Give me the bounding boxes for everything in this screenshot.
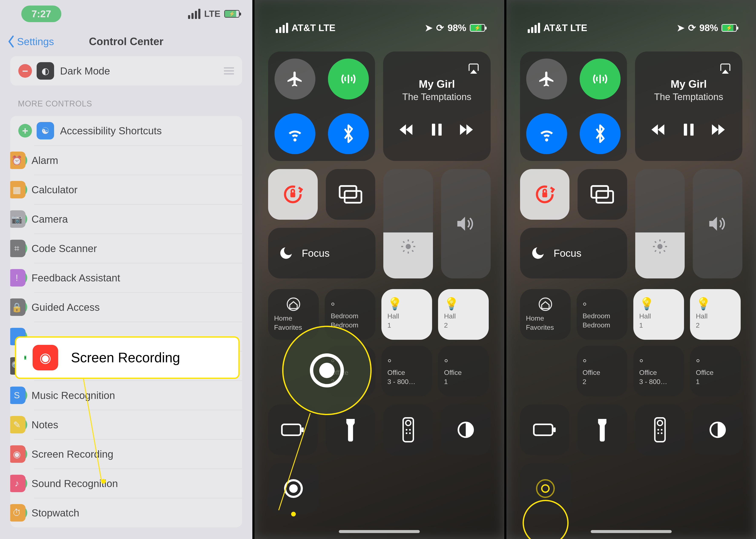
forward-button[interactable] [712, 124, 726, 135]
svg-rect-43 [655, 418, 665, 442]
screen-recording-button[interactable] [268, 463, 319, 514]
dark-mode-button[interactable] [441, 405, 491, 455]
tile-line2: 2 [583, 378, 586, 386]
recording-time-pill[interactable]: 7:27 [21, 6, 61, 22]
screen-mirroring-button[interactable] [326, 169, 376, 220]
screen-recording-button-active[interactable] [520, 463, 571, 514]
bluetooth-button[interactable] [580, 113, 621, 154]
svg-line-11 [403, 241, 404, 243]
home-favorites-button[interactable]: Home Favorites [520, 289, 571, 340]
rotation-lock-button[interactable] [268, 169, 318, 220]
panel-separator [504, 0, 506, 539]
svg-rect-42 [553, 427, 555, 432]
more-row-code-scanner[interactable]: +⌗Code Scanner [34, 234, 242, 263]
brightness-slider[interactable] [383, 169, 433, 278]
cellular-data-button[interactable] [328, 58, 369, 100]
tile-line2: 2 [444, 322, 448, 329]
more-row-music-recognition[interactable]: +SMusic Recognition [34, 380, 242, 410]
rewind-button[interactable] [651, 124, 665, 135]
remove-button[interactable]: − [18, 64, 32, 78]
pause-button[interactable] [684, 124, 694, 136]
rotation-lock-button[interactable] [520, 169, 570, 220]
included-row-dark-mode[interactable]: − ◐ Dark Mode [10, 56, 242, 86]
add-button[interactable]: + [24, 356, 26, 359]
flashlight-button[interactable] [577, 405, 627, 455]
location-icon: ➤ [677, 22, 685, 33]
reorder-handle-icon[interactable] [222, 67, 236, 74]
brightness-slider[interactable] [635, 169, 685, 278]
focus-button[interactable]: Focus [268, 228, 376, 278]
home-indicator[interactable] [339, 530, 420, 533]
wifi-button[interactable] [275, 113, 315, 154]
record-icon [284, 479, 303, 498]
home-tile-hall2[interactable]: 💡Hall2 [690, 289, 741, 340]
svg-point-31 [657, 244, 662, 249]
screen-recording-callout: + ◉ Screen Recording [15, 336, 240, 379]
cellular-signal-icon [528, 23, 540, 33]
airplay-icon[interactable] [467, 62, 480, 75]
connectivity-card[interactable] [268, 51, 375, 161]
add-button[interactable]: + [18, 124, 32, 137]
airplane-mode-button[interactable] [275, 58, 315, 100]
tile-line1: Office [696, 369, 714, 376]
control-center-panel-recording: AT&T LTE ➤ ⟳ 98% ⚡ My Girl The Temptatio… [506, 0, 756, 539]
more-row-feedback-assistant[interactable]: +!Feedback Assistant [34, 263, 242, 292]
wifi-button[interactable] [526, 113, 567, 154]
more-row-sound-recognition[interactable]: +♪Sound Recognition [34, 469, 242, 498]
home-tile-hall1[interactable]: 💡Hall1 [381, 289, 432, 340]
home-tile-office1[interactable]: ◦Office1 [690, 346, 741, 396]
home-tile-hall2[interactable]: 💡Hall2 [438, 289, 489, 340]
more-row-camera[interactable]: +📷Camera [34, 204, 242, 234]
now-playing-card[interactable]: My Girl The Temptations [383, 51, 490, 161]
more-row-guided-access[interactable]: +🔒Guided Access [34, 292, 242, 322]
home-tile-office3[interactable]: ◦Office3 - 800… [633, 346, 684, 396]
svg-point-44 [657, 421, 662, 425]
svg-point-46 [661, 429, 662, 431]
more-row-stopwatch[interactable]: +⏱Stopwatch [34, 498, 242, 527]
svg-rect-4 [340, 186, 357, 198]
home-icon [538, 297, 553, 312]
back-button[interactable]: Settings [8, 36, 54, 47]
location-icon: ➤ [425, 22, 433, 33]
more-row-accessibility-shortcuts[interactable]: +☯Accessibility Shortcuts [10, 116, 242, 145]
low-power-mode-button[interactable] [520, 405, 570, 455]
home-tile-office3[interactable]: ◦Office3 - 800… [381, 346, 432, 396]
more-row-screen-recording[interactable]: +◉Screen Recording [34, 439, 242, 469]
screen-mirroring-button[interactable] [577, 169, 627, 220]
low-power-mode-button[interactable] [268, 405, 318, 455]
volume-slider[interactable] [693, 169, 742, 278]
cellular-data-button[interactable] [580, 58, 621, 100]
remote-icon [402, 417, 414, 442]
rewind-button[interactable] [399, 124, 414, 135]
callout-target-dot [101, 479, 106, 484]
more-row-calculator[interactable]: +▦Calculator [34, 175, 242, 204]
lightbulb-icon: ◦ [583, 297, 587, 311]
home-tile-hall1[interactable]: 💡Hall1 [633, 289, 684, 340]
home-tile-bedroom[interactable]: ◦BedroomBedroom [577, 289, 628, 340]
forward-button[interactable] [460, 124, 474, 135]
more-row-notes[interactable]: +✎Notes [34, 410, 242, 439]
volume-slider[interactable] [441, 169, 491, 278]
svg-rect-5 [345, 191, 361, 203]
notes-icon: ✎ [10, 416, 26, 433]
dark-mode-button[interactable] [693, 405, 742, 455]
connectivity-card[interactable] [520, 51, 627, 161]
now-playing-card[interactable]: My Girl The Temptations [635, 51, 742, 161]
home-tile-office1[interactable]: ◦Office1 [438, 346, 489, 396]
airplane-mode-button[interactable] [526, 58, 567, 100]
pause-button[interactable] [432, 124, 442, 136]
apple-tv-remote-button[interactable] [383, 405, 433, 455]
airplay-icon[interactable] [718, 62, 732, 75]
apple-tv-remote-button[interactable] [635, 405, 685, 455]
status-bar: AT&T LTE ➤ ⟳ 98% ⚡ [506, 0, 756, 36]
home-indicator[interactable] [591, 530, 672, 533]
bluetooth-button[interactable] [328, 113, 369, 154]
battery-icon: ⚡ [470, 24, 485, 32]
focus-button[interactable]: Focus [520, 228, 628, 278]
svg-line-13 [412, 241, 413, 243]
focus-label: Focus [302, 247, 330, 259]
lightbulb-icon: 💡 [696, 297, 711, 311]
more-row-alarm[interactable]: +⏰Alarm [34, 145, 242, 175]
screen-mirroring-icon [339, 185, 362, 204]
home-tile-office2[interactable]: ◦Office2 [577, 346, 628, 396]
